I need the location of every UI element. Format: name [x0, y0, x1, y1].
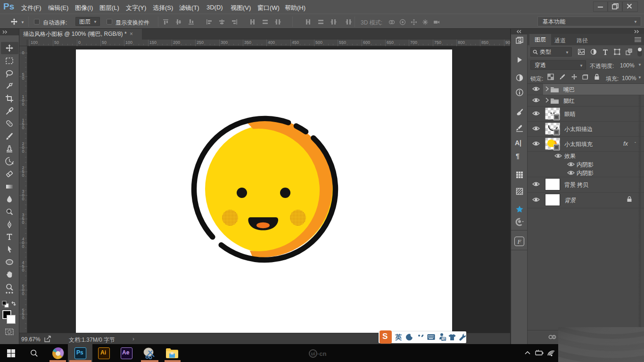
- svg-text:24: 24: [442, 337, 446, 341]
